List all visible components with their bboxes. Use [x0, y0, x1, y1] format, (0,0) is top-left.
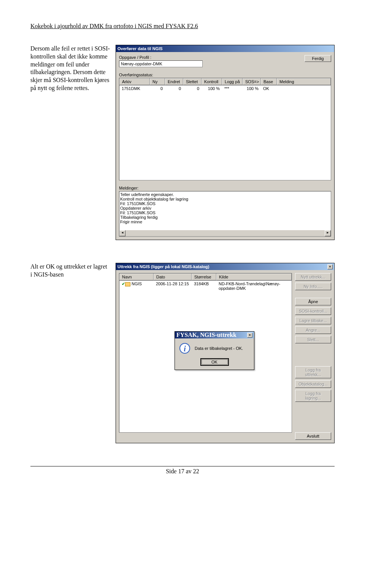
folder-icon [125, 282, 130, 286]
apne-button[interactable]: Åpne [295, 298, 331, 305]
transfer-dialog-titlebar: Overfører data til NGIS [116, 45, 334, 52]
close-icon[interactable]: × [247, 333, 252, 338]
info-icon: i [179, 343, 190, 354]
ok-button[interactable]: OK [200, 358, 229, 366]
body-text-2: Alt er OK og uttrekket er lagret i NGIS-… [30, 263, 110, 279]
check-icon: ✔ [122, 281, 125, 286]
info-messagebox: FYSAK, NGIS-uttrekk × i Data er tilbakel… [175, 331, 254, 370]
oppgave-label: Oppgave / Profil : [119, 55, 203, 60]
nytt-uttrekk-button[interactable]: Nytt uttrekk... [295, 273, 331, 281]
oppgave-input[interactable] [119, 60, 203, 67]
page-header: Kokebok i ajourhold av DMK fra ortofoto … [30, 23, 335, 30]
uttrekk-table-header: Navn Dato Størrelse Kilde [119, 273, 292, 281]
ny-info-button[interactable]: Ny Info..... [295, 283, 331, 290]
angre-button[interactable]: Angre... [295, 326, 331, 334]
meldinger-label: Meldinger: [119, 186, 331, 190]
status-table-header: Arkiv Ny Endret Slettet Kontroll Logg på… [119, 78, 331, 85]
ferdig-button[interactable]: Ferdig [305, 55, 331, 62]
status-label: Overføringsstatus: [119, 73, 331, 77]
scroll-left-icon[interactable]: ◄ [119, 230, 125, 236]
scroll-right-icon[interactable]: ► [325, 230, 331, 236]
msgbox-titlebar: FYSAK, NGIS-uttrekk × [175, 332, 254, 338]
sosi-kontroll-button[interactable]: SOSI-kontroll... [295, 307, 331, 315]
logg-uttrekk-button[interactable]: Logg fra uttrekk... [295, 366, 331, 378]
uttrekk-table-row[interactable]: ✔NGIS 2006-11-28 12:15 3184KB ND-FKB-Nor… [119, 281, 292, 291]
slett-button[interactable]: Slett... [295, 336, 331, 343]
body-text-1: Dersom alle feil er rettet i SOSI-kontro… [30, 45, 110, 92]
avslutt-button[interactable]: Avslutt [295, 432, 331, 440]
transfer-dialog: Overfører data til NGIS Oppgave / Profil… [116, 45, 335, 240]
dialog-title: Overfører data til NGIS [117, 46, 163, 51]
meldinger-listbox[interactable]: Teller udefinerte egenskaper. Kontroll m… [119, 191, 331, 237]
page-footer: Side 17 av 22 [30, 466, 335, 475]
objektkatalog-button[interactable]: Objektkatalog... [295, 380, 331, 388]
close-icon[interactable]: × [327, 264, 333, 269]
status-table-row: 1751DMK 0 0 0 100 % *** 100 % OK [119, 85, 331, 92]
dialog-title: Uttrekk fra NGIS (ligger på lokal NGIS-k… [117, 264, 209, 269]
lagre-tilbake-button[interactable]: Lagre tilbake... [295, 317, 331, 324]
msgbox-text: Data er tilbakelagret - OK. [195, 346, 243, 351]
logg-lagring-button[interactable]: Logg fra lagring... [295, 390, 331, 402]
msgbox-title: FYSAK, NGIS-uttrekk [176, 332, 236, 338]
uttrekk-dialog-titlebar: Uttrekk fra NGIS (ligger på lokal NGIS-k… [116, 263, 334, 270]
